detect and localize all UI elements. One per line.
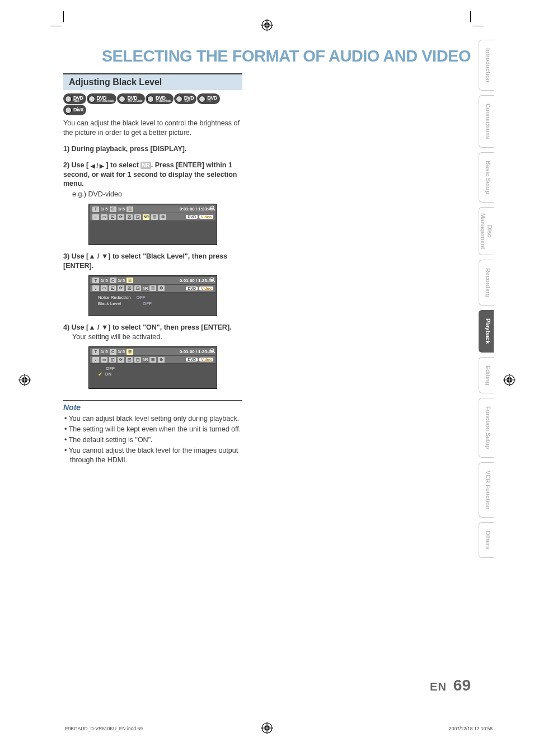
disc-icon: [88, 96, 95, 102]
osd-small-icon: ▭: [101, 285, 107, 291]
osd-small-icon: ☰: [149, 357, 156, 363]
page-title: SELECTING THE FORMAT OF AUDIO AND VIDEO: [63, 47, 471, 65]
osd-small-icon: ☰: [149, 285, 156, 291]
noise-reduction-value: OFF: [137, 295, 146, 301]
badge-label: DVD+R: [207, 96, 217, 102]
elapsed-time: 0:01:00 / 1:23:45: [180, 349, 213, 354]
osd-small-icon: ◰: [126, 285, 133, 291]
badge-label: DVD+RW: [184, 96, 194, 102]
step-1: 1) During playback, press [DISPLAY].: [63, 144, 242, 154]
step2-prefix: 2) Use [: [63, 161, 91, 169]
note-item: The setting will be kept even when the u…: [64, 425, 242, 434]
nr-icon: NR: [143, 287, 148, 290]
media-badge: DVD-RW Video Mode: [87, 93, 117, 104]
media-badges: DVDVideoDVD-RW Video ModeDVD-RW VR ModeD…: [63, 93, 242, 115]
osd-small-icon: ♪: [92, 285, 99, 291]
disc-icon: [147, 96, 154, 102]
title-icon: T: [92, 206, 99, 212]
chapter-icon: C: [110, 206, 116, 212]
tab-disc-management[interactable]: DiscManagement: [479, 207, 494, 255]
loupe-icon: [210, 205, 216, 211]
language-code: EN: [430, 680, 447, 693]
media-badge: DVD+R: [197, 93, 220, 104]
osd-small-icon: ◱: [109, 285, 116, 291]
osd-screenshot-3: T 1/ 5 C 1/ 5 ☰ 0:01:00 / 1:23:45 ♪ ▭ ◱ …: [88, 346, 217, 389]
elapsed-time: 0:01:00 / 1:23:45: [180, 278, 213, 283]
step4-sub: Your setting will be activated.: [63, 332, 242, 342]
title-count: 1/ 5: [101, 206, 108, 212]
osd-small-icon: ⚙: [160, 214, 166, 220]
tab-playback[interactable]: Playback: [479, 310, 494, 353]
noise-reduction-label: Noise Reduction: [98, 295, 131, 301]
list-icon: ☰: [127, 278, 133, 283]
nr-icon: NR: [143, 358, 148, 361]
osd-small-icon: ▭: [101, 357, 107, 363]
page-footer: EN 69: [430, 677, 471, 694]
page-number: 69: [453, 677, 471, 694]
option-off: OFF: [106, 366, 115, 371]
osd-small-icon: ♪: [92, 357, 99, 363]
chapter-icon: C: [110, 278, 116, 283]
intro-text: You can adjust the black level to contro…: [63, 119, 242, 138]
tab-editing[interactable]: Editing: [479, 357, 494, 394]
chapter-count: 1/ 5: [118, 349, 125, 354]
tab-vcr-function[interactable]: VCR Function: [479, 462, 494, 518]
step-3: 3) Use [▲ / ▼] to select "Black Level", …: [63, 252, 242, 271]
osd-small-icon: ◱: [109, 357, 116, 363]
step-2: 2) Use [ ◀ / ▶ ] to select NR. Press [EN…: [63, 161, 242, 200]
note-item: You cannot adjust the black level for th…: [64, 446, 242, 465]
video-logo: Video: [199, 358, 213, 361]
osd-small-icon: ⟳: [118, 357, 124, 363]
registration-mark-icon: [18, 374, 31, 386]
page-content: SELECTING THE FORMAT OF AUDIO AND VIDEO …: [63, 34, 471, 708]
svg-line-27: [213, 280, 215, 282]
dvd-logo: DVD: [186, 287, 198, 290]
osd-small-icon: ◱: [109, 214, 116, 220]
title-count: 1/ 5: [101, 349, 108, 354]
osd-small-icon: ▭: [101, 214, 107, 220]
option-on: ON: [105, 372, 111, 377]
list-icon: ☰: [127, 349, 133, 355]
osd-small-icon: ◰: [126, 357, 133, 363]
print-timestamp: 2007/12/18 17:10:58: [449, 726, 493, 731]
osd-small-icon: ⚙: [158, 357, 165, 363]
content-column: Adjusting Black Level DVDVideoDVD-RW Vid…: [63, 73, 242, 465]
video-logo: Video: [199, 287, 213, 290]
media-badge: DVDVideo: [63, 93, 86, 104]
tab-function-setup[interactable]: Function Setup: [479, 398, 494, 457]
nr-icon: NR: [143, 214, 149, 220]
step-4: 4) Use [▲ / ▼] to select "ON", then pres…: [63, 323, 242, 342]
badge-label: DVD-RW Video Mode: [97, 96, 114, 102]
step2-mid: ] to select: [104, 161, 140, 169]
dvd-logo: DVD: [186, 215, 198, 219]
media-badge: DVD+RW: [174, 93, 197, 104]
osd-small-icon: ◳: [134, 214, 141, 220]
list-icon: ☰: [127, 206, 133, 212]
print-filename: E9KGAUD_D-VR610KU_EN.indd 69: [65, 726, 143, 731]
section-header: Adjusting Black Level: [63, 73, 242, 90]
osd-small-icon: ☰: [151, 214, 158, 220]
disc-icon: [65, 107, 72, 114]
note-item: You can adjust black level setting only …: [64, 414, 242, 424]
tab-recording[interactable]: Recording: [479, 260, 494, 306]
loupe-icon: [210, 277, 216, 283]
tab-connections[interactable]: Connections: [479, 95, 494, 148]
arrow-left-right-icon: ◀ / ▶: [91, 163, 104, 169]
tab-introduction[interactable]: Introduction: [479, 40, 494, 91]
svg-line-29: [213, 351, 215, 353]
elapsed-time: 0:01:00 / 1:23:45: [180, 206, 213, 212]
title-icon: T: [92, 349, 99, 355]
tab-others[interactable]: Others: [479, 522, 494, 558]
tab-basic-setup[interactable]: Basic Setup: [479, 152, 494, 203]
osd-screenshot-1: T 1/ 5 C 1/ 5 ☰ 0:01:00 / 1:23:45 ♪ ▭ ◱ …: [88, 204, 217, 245]
disc-icon: [199, 96, 205, 102]
osd-small-icon: ◳: [134, 285, 141, 291]
osd-small-icon: ◳: [134, 357, 141, 363]
registration-mark-icon: [503, 374, 516, 386]
chapter-icon: C: [110, 349, 116, 355]
badge-label: DVD-R Video Mode: [156, 96, 171, 102]
loupe-icon: [210, 348, 216, 354]
black-level-value: OFF: [143, 301, 152, 307]
video-logo: Video: [199, 215, 213, 219]
media-badge: DVD-R Video Mode: [146, 93, 174, 104]
